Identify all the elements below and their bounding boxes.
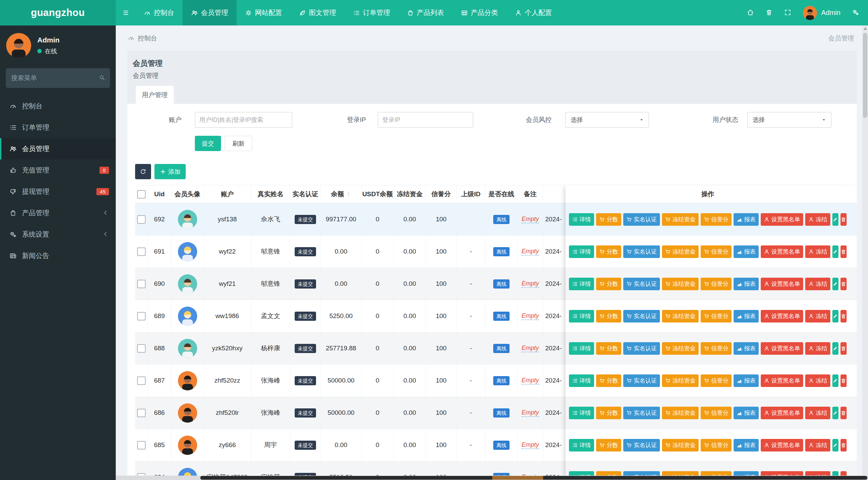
op-credit-button[interactable]: 信誉分 bbox=[701, 342, 732, 355]
op-freeze-button[interactable]: 冻结 bbox=[805, 278, 830, 290]
op-report-button[interactable]: 报表 bbox=[734, 342, 759, 355]
op-freeze-funds-button[interactable]: 冻结资金 bbox=[662, 213, 699, 226]
op-report-button[interactable]: 报表 bbox=[734, 407, 759, 419]
op-score-button[interactable]: 分数 bbox=[596, 374, 621, 387]
op-blacklist-button[interactable]: 设置黑名单 bbox=[761, 407, 803, 419]
sort-icon[interactable] bbox=[346, 191, 351, 197]
sidebar-search-input[interactable] bbox=[6, 74, 111, 82]
note-link[interactable]: Empty bbox=[521, 441, 539, 449]
op-credit-button[interactable]: 信誉分 bbox=[701, 374, 732, 387]
op-blacklist-button[interactable]: 设置黑名单 bbox=[761, 342, 803, 355]
op-realname-button[interactable]: 实名认证 bbox=[623, 213, 660, 226]
note-link[interactable]: Empty bbox=[521, 216, 539, 223]
reload-table-button[interactable] bbox=[135, 164, 151, 179]
op-freeze-funds-button[interactable]: 冻结资金 bbox=[662, 407, 699, 419]
op-edit-button[interactable] bbox=[832, 439, 838, 451]
account-search-input[interactable] bbox=[195, 112, 292, 128]
avatar[interactable] bbox=[178, 242, 197, 261]
op-report-button[interactable]: 报表 bbox=[734, 439, 759, 451]
row-checkbox[interactable] bbox=[137, 215, 146, 224]
op-freeze-funds-button[interactable]: 冻结资金 bbox=[662, 245, 699, 258]
tab-user-management[interactable]: 用户管理 bbox=[136, 86, 174, 104]
sidebar-item-2[interactable]: 会员管理 bbox=[0, 138, 116, 160]
op-delete-button[interactable] bbox=[841, 407, 847, 419]
note-link[interactable]: Empty bbox=[521, 377, 539, 385]
op-realname-button[interactable]: 实名认证 bbox=[623, 342, 660, 355]
add-member-button[interactable]: 添加 bbox=[154, 164, 186, 179]
vertical-scrollbar-thumb[interactable] bbox=[863, 33, 867, 118]
op-edit-button[interactable] bbox=[832, 310, 838, 322]
op-freeze-funds-button[interactable]: 冻结资金 bbox=[662, 439, 699, 451]
sidebar-item-6[interactable]: 系统设置 bbox=[0, 224, 116, 245]
op-details-button[interactable]: 详情 bbox=[569, 439, 594, 451]
op-realname-button[interactable]: 实名认证 bbox=[623, 278, 660, 290]
op-details-button[interactable]: 详情 bbox=[569, 245, 594, 258]
search-icon[interactable] bbox=[99, 74, 105, 82]
nav-item-1[interactable]: 会员管理 bbox=[183, 0, 237, 25]
user-menu[interactable]: Admin bbox=[803, 6, 841, 20]
op-freeze-button[interactable]: 冻结 bbox=[805, 407, 830, 419]
op-freeze-funds-button[interactable]: 冻结资金 bbox=[662, 374, 699, 387]
op-details-button[interactable]: 详情 bbox=[569, 374, 594, 387]
column-header[interactable]: 会员头像 bbox=[171, 185, 204, 203]
op-details-button[interactable]: 详情 bbox=[569, 407, 594, 419]
note-link[interactable]: Empty bbox=[521, 280, 539, 288]
op-realname-button[interactable]: 实名认证 bbox=[623, 245, 660, 258]
op-credit-button[interactable]: 信誉分 bbox=[701, 245, 732, 258]
op-blacklist-button[interactable]: 设置黑名单 bbox=[761, 310, 803, 322]
row-checkbox[interactable] bbox=[137, 409, 146, 417]
row-checkbox[interactable] bbox=[137, 344, 146, 353]
nav-item-3[interactable]: 图文管理 bbox=[291, 0, 345, 25]
column-header[interactable]: 实名认证 bbox=[290, 185, 321, 203]
avatar[interactable] bbox=[178, 371, 197, 390]
op-delete-button[interactable] bbox=[841, 278, 847, 290]
clear-cache-button[interactable] bbox=[765, 9, 773, 17]
submit-button[interactable]: 提交 bbox=[195, 136, 221, 151]
note-link[interactable]: Empty bbox=[521, 409, 539, 417]
refresh-button[interactable]: 刷新 bbox=[225, 136, 252, 151]
column-header[interactable]: 备注 bbox=[518, 185, 543, 203]
column-header[interactable]: 真实姓名 bbox=[251, 185, 290, 203]
op-score-button[interactable]: 分数 bbox=[596, 245, 621, 258]
op-credit-button[interactable]: 信誉分 bbox=[701, 213, 732, 226]
sidebar-toggle-button[interactable] bbox=[116, 0, 135, 25]
settings-button[interactable] bbox=[852, 9, 859, 17]
avatar[interactable] bbox=[178, 436, 197, 455]
nav-item-7[interactable]: 个人配置 bbox=[506, 0, 560, 25]
note-link[interactable]: Empty bbox=[521, 345, 539, 352]
op-score-button[interactable]: 分数 bbox=[596, 278, 621, 290]
select-all-checkbox[interactable] bbox=[137, 190, 146, 199]
column-header[interactable]: USDT余额 bbox=[362, 185, 394, 203]
op-freeze-button[interactable]: 冻结 bbox=[805, 439, 830, 451]
sidebar-item-0[interactable]: 控制台 bbox=[0, 95, 116, 117]
sidebar-item-4[interactable]: 提现管理45 bbox=[0, 181, 116, 202]
avatar[interactable] bbox=[178, 210, 197, 229]
op-freeze-funds-button[interactable]: 冻结资金 bbox=[662, 278, 699, 290]
op-details-button[interactable]: 详情 bbox=[569, 310, 594, 322]
column-header[interactable]: 账户 bbox=[204, 185, 251, 203]
breadcrumb-left[interactable]: 控制台 bbox=[138, 34, 157, 43]
nav-item-0[interactable]: 控制台 bbox=[135, 0, 183, 25]
fullscreen-button[interactable] bbox=[784, 9, 791, 17]
op-score-button[interactable]: 分数 bbox=[596, 342, 621, 355]
row-checkbox[interactable] bbox=[137, 280, 146, 288]
op-freeze-funds-button[interactable]: 冻结资金 bbox=[662, 310, 699, 322]
op-details-button[interactable]: 详情 bbox=[569, 278, 594, 290]
column-header[interactable]: 冻结资金 bbox=[394, 185, 426, 203]
op-delete-button[interactable] bbox=[841, 213, 847, 226]
nav-item-2[interactable]: 网站配置 bbox=[237, 0, 291, 25]
row-checkbox[interactable] bbox=[137, 247, 146, 256]
op-edit-button[interactable] bbox=[832, 342, 838, 355]
op-edit-button[interactable] bbox=[832, 407, 838, 419]
brand-logo[interactable]: guangzhou bbox=[0, 0, 116, 25]
op-report-button[interactable]: 报表 bbox=[734, 278, 759, 290]
sidebar-item-5[interactable]: 产品管理 bbox=[0, 202, 116, 224]
sidebar-item-3[interactable]: 充值管理0 bbox=[0, 160, 116, 181]
op-score-button[interactable]: 分数 bbox=[596, 310, 621, 322]
op-credit-button[interactable]: 信誉分 bbox=[701, 310, 732, 322]
op-freeze-button[interactable]: 冻结 bbox=[805, 245, 830, 258]
op-blacklist-button[interactable]: 设置黑名单 bbox=[761, 374, 803, 387]
op-report-button[interactable]: 报表 bbox=[734, 374, 759, 387]
op-freeze-button[interactable]: 冻结 bbox=[805, 213, 830, 226]
avatar[interactable] bbox=[178, 339, 197, 358]
